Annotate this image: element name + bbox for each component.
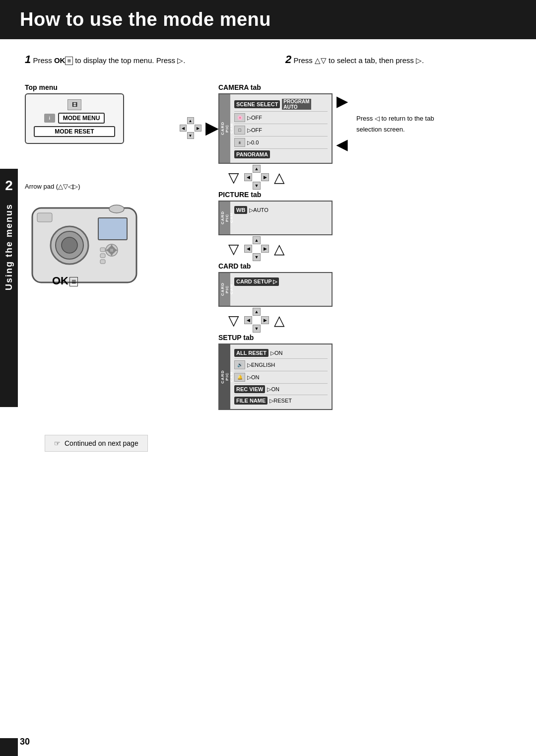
svg-rect-13 bbox=[100, 260, 105, 264]
card-tab-content: CARD SETUP ▷ bbox=[230, 273, 332, 290]
page-number: 30 bbox=[20, 737, 30, 747]
square-icon: □ bbox=[234, 126, 245, 135]
camera-tab-row: SETCARDPICCAM SCENE SELECT PROGRAMAUTO 🌸 bbox=[218, 93, 347, 164]
wb-val: ▷AUTO bbox=[249, 207, 268, 213]
top-arrow-section: ▲ ◀ ▶ ▼ ▶ bbox=[179, 102, 218, 410]
mid-arrowpad-2: ▲ ◀ ▶ ▼ bbox=[244, 236, 269, 261]
setup-tab-section: SETUP tab SETUPCARDPICCAM ALL RESET ▷ON … bbox=[218, 334, 333, 410]
camera-svg bbox=[25, 193, 149, 292]
top-menu-label: Top menu bbox=[25, 83, 58, 91]
setup-tab-content: ALL RESET ▷ON 🔊 ▷ENGLISH 🔔 ▷ON bbox=[230, 344, 332, 409]
svg-rect-14 bbox=[37, 213, 52, 222]
mid-arr-down: ▼ bbox=[253, 182, 261, 190]
picture-tab-screen: SETCARDPICCAM WB ▷AUTO bbox=[218, 201, 333, 235]
mid3-arr-right: ▶ bbox=[261, 316, 269, 324]
right-note-section: Press ◁ to return to the tab selection s… bbox=[356, 113, 441, 410]
setup-row-5: FILE NAME ▷RESET bbox=[234, 395, 328, 406]
continued-note: ☞ Continued on next page bbox=[45, 435, 148, 452]
svg-rect-12 bbox=[100, 254, 105, 258]
mid3-arr-left: ◀ bbox=[244, 316, 252, 324]
card-setup-label: CARD SETUP ▷ bbox=[234, 277, 279, 286]
arrowpad-section: Arrow pad (△▽◁▷) bbox=[25, 183, 179, 292]
arr-up: ▲ bbox=[187, 117, 194, 124]
camera-row-4: ± ▷0.0 bbox=[234, 137, 328, 149]
mid2-arr-down: ▼ bbox=[253, 253, 261, 261]
page-title: How to use the mode menu bbox=[20, 9, 516, 30]
picture-tab-content: WB ▷AUTO bbox=[230, 202, 332, 218]
diagram-area: Top menu 🎞 i MODE MENU MODE RESET bbox=[25, 83, 516, 410]
camera-tab-screen: SETCARDPICCAM SCENE SELECT PROGRAMAUTO 🌸 bbox=[218, 93, 333, 164]
tabs-column: CAMERA tab SETCARDPICCAM SCENE SELE bbox=[218, 83, 347, 410]
all-reset-val: ▷ON bbox=[270, 350, 283, 356]
right-layout: CAMERA tab SETCARDPICCAM SCENE SELE bbox=[218, 83, 441, 410]
continued-section: ☞ Continued on next page bbox=[25, 425, 516, 452]
up-arrow-3: △ bbox=[274, 312, 285, 329]
scene-select-label: SCENE SELECT bbox=[234, 100, 280, 108]
camera-tab-side: SETCARDPICCAM bbox=[219, 94, 230, 163]
step-1: 1 Press OK≡ to display the top menu. Pre… bbox=[25, 51, 256, 68]
up-arrow-1: △ bbox=[274, 169, 285, 186]
panorama-label: PANORAMA bbox=[234, 150, 270, 158]
cam-right-arrow: ▶ bbox=[336, 93, 347, 110]
sidebar-label: Using the menus bbox=[4, 204, 14, 290]
title-bar: How to use the mode menu bbox=[0, 0, 536, 39]
step-2: 2 Press △▽ to select a tab, then press ▷… bbox=[285, 51, 516, 68]
picture-row-1: WB ▷AUTO bbox=[234, 205, 328, 215]
row4-val: ▷0.0 bbox=[247, 139, 259, 146]
file-name-val: ▷RESET bbox=[269, 398, 292, 404]
vert-between-pic-card: ▽ ▲ ◀ ▶ ▼ △ bbox=[218, 236, 285, 261]
note-icon: ☞ bbox=[54, 439, 61, 447]
picture-tab-label: PICTURE tab bbox=[218, 191, 333, 199]
camera-row-5: PANORAMA bbox=[234, 149, 328, 160]
mode-reset-button: MODE RESET bbox=[34, 126, 115, 137]
mode-menu-button: MODE MENU bbox=[58, 113, 105, 124]
up-arrow-2: △ bbox=[274, 241, 285, 257]
camera-side-labels: SETCARDPICCAM bbox=[218, 122, 234, 135]
ok-menu-icon: ≡ bbox=[69, 277, 78, 286]
flower-icon: 🌸 bbox=[234, 113, 245, 122]
mid-arrowpad-3: ▲ ◀ ▶ ▼ bbox=[244, 308, 269, 333]
cam-left-arrow: ◀ bbox=[336, 137, 347, 153]
mid-arr-left: ◀ bbox=[244, 173, 252, 181]
mid3-arr-up: ▲ bbox=[253, 308, 261, 316]
vert-between-card-setup: ▽ ▲ ◀ ▶ ▼ △ bbox=[218, 308, 285, 333]
mid2-arr-left: ◀ bbox=[244, 245, 252, 253]
setup-row-2: 🔊 ▷ENGLISH bbox=[234, 359, 328, 371]
step2-text: Press △▽ to select a tab, then press ▷. bbox=[293, 56, 424, 65]
camera-nav-arrows: ▶ ◀ bbox=[336, 93, 347, 153]
beep-val: ▷ON bbox=[247, 374, 260, 381]
card-tab-label: CARD tab bbox=[218, 262, 333, 270]
camera-image: OK≡ bbox=[25, 193, 149, 292]
down-arrow-2: ▽ bbox=[228, 241, 239, 257]
top-menu-box: 🎞 i MODE MENU MODE RESET bbox=[25, 93, 124, 144]
ok-text: i bbox=[49, 116, 50, 121]
card-tab-section: CARD tab SETCARDPICCAM CARD SETUP ▷ bbox=[218, 262, 333, 307]
setup-tab-side: SETUPCARDPICCAM bbox=[219, 344, 230, 409]
rec-view-label: REC VIEW bbox=[234, 385, 265, 393]
down-arrow-1: ▽ bbox=[228, 169, 239, 186]
ok-label: OK≡ bbox=[52, 275, 78, 287]
mode-menu-row: i MODE MENU bbox=[44, 113, 105, 124]
camera-row-1: SCENE SELECT PROGRAMAUTO bbox=[234, 97, 328, 112]
small-arrowpad: ▲ ◀ ▶ ▼ bbox=[180, 117, 201, 139]
card-tab-screen: SETCARDPICCAM CARD SETUP ▷ bbox=[218, 272, 333, 307]
setup-row-1: ALL RESET ▷ON bbox=[234, 347, 328, 359]
all-reset-label: ALL RESET bbox=[234, 349, 268, 357]
mid-arrowpad-1: ▲ ◀ ▶ ▼ bbox=[244, 165, 269, 190]
svg-point-3 bbox=[62, 237, 77, 253]
card-tab-side: SETCARDPICCAM bbox=[219, 273, 230, 306]
mid-arr-up: ▲ bbox=[253, 165, 261, 173]
main-content: 1 Press OK≡ to display the top menu. Pre… bbox=[0, 51, 536, 452]
svg-rect-11 bbox=[100, 248, 105, 252]
left-column: Top menu 🎞 i MODE MENU MODE RESET bbox=[25, 83, 179, 410]
camera-tab-content: SCENE SELECT PROGRAMAUTO 🌸 ▷OFF □ ▷OFF bbox=[230, 94, 332, 163]
sidebar-section: 2 Using the menus bbox=[0, 169, 18, 407]
right-arrow-row: ▲ ◀ ▶ ▼ ▶ bbox=[180, 117, 218, 139]
mid-arr-right: ▶ bbox=[261, 173, 269, 181]
vert-between-cam-pic: ▽ ▲ ◀ ▶ ▼ △ bbox=[218, 165, 285, 190]
big-right-arrow: ▶ bbox=[205, 119, 218, 137]
press-left-note: Press ◁ to return to the tab selection s… bbox=[356, 113, 441, 135]
arr-right: ▶ bbox=[195, 125, 201, 132]
step1-text: Press OK≡ to display the top menu. Press… bbox=[33, 56, 185, 65]
wb-label: WB bbox=[234, 206, 247, 214]
